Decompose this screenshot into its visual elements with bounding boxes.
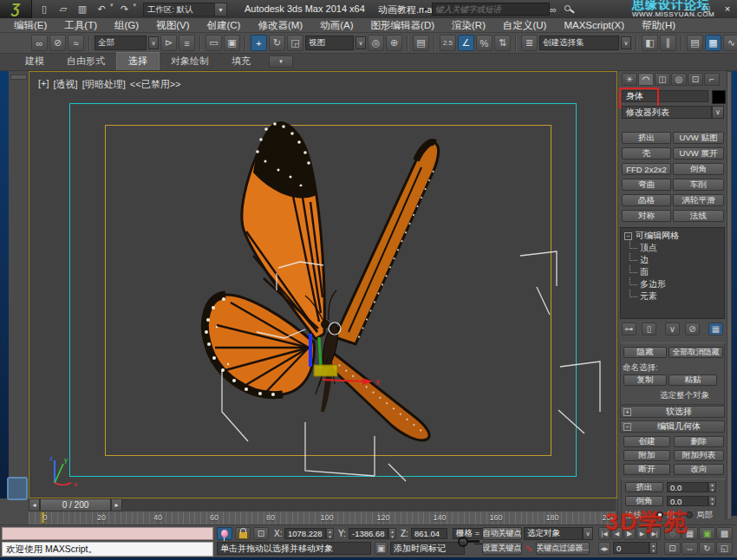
x-coordinate-field[interactable]: 1078.228 (284, 528, 326, 539)
modifier-lattice-button[interactable]: 晶格 (622, 194, 671, 206)
attach-list-button[interactable]: 附加列表 (674, 450, 724, 461)
menu-help[interactable]: 帮助(H) (633, 19, 684, 32)
save-file-icon[interactable]: ▥ (75, 2, 90, 16)
create-button[interactable]: 创建 (623, 436, 670, 447)
select-and-link-icon[interactable]: ∞ (31, 35, 48, 51)
stack-item-face[interactable]: 面 (629, 266, 724, 278)
maximize-button[interactable]: □ (699, 3, 714, 15)
rollout-expand-icon[interactable]: + (623, 408, 631, 416)
modifier-bend-button[interactable]: 弯曲 (622, 179, 671, 191)
rollout-collapse-icon[interactable]: − (623, 423, 631, 431)
hide-button[interactable]: 隐藏 (623, 347, 667, 358)
break-button[interactable]: 断开 (623, 464, 670, 475)
bevel-value-field[interactable]: 0.0 (667, 496, 708, 506)
ribbon-tab-freeform[interactable]: 自由形式 (55, 53, 116, 70)
search-icon[interactable]: ∞ (546, 3, 560, 16)
menu-graph-editors[interactable]: 图形编辑器(D) (362, 19, 443, 32)
modifier-list-combo[interactable]: 修改器列表 (622, 106, 712, 119)
manage-layers-icon[interactable]: ▤ (687, 35, 703, 51)
frame-spinner[interactable]: ▴▾ (649, 542, 657, 554)
orbit-icon[interactable]: ↻ (699, 542, 715, 555)
selection-lock-icon[interactable] (235, 527, 251, 540)
previous-frame-icon[interactable]: ◀ (611, 527, 623, 540)
current-frame-field[interactable]: 0 (613, 542, 649, 554)
ribbon-tab-object-paint[interactable]: 对象绘制 (160, 53, 220, 70)
panel-tab-display-icon[interactable]: ⊡ (688, 73, 703, 86)
modifier-shell-button[interactable]: 壳 (622, 147, 671, 160)
menu-rendering[interactable]: 渲染(R) (443, 19, 494, 32)
menu-modifiers[interactable]: 修改器(M) (249, 19, 311, 32)
paste-button[interactable]: 粘贴 (669, 374, 717, 386)
select-by-name-icon[interactable]: ≡ (179, 35, 195, 51)
stack-item-polygon[interactable]: 多边形 (629, 278, 724, 290)
named-set-dropdown-icon[interactable]: ∨ (621, 36, 631, 49)
redo-flyout-icon[interactable]: ▾ (134, 2, 137, 16)
key-filters-button[interactable]: 关键点过滤器... (536, 542, 590, 555)
x-spinner[interactable]: ▴▾ (326, 528, 334, 539)
redo-icon[interactable]: ↷ (117, 2, 133, 16)
keyboard-shortcut-override-icon[interactable]: ▤ (413, 35, 429, 51)
selection-filter-combo[interactable]: 全部 (95, 36, 147, 50)
normals-group-radio[interactable] (656, 511, 663, 518)
minimize-button[interactable]: – (679, 3, 695, 15)
edit-geometry-rollout[interactable]: − 编辑几何体 (620, 420, 725, 433)
play-icon[interactable]: ▶ (623, 527, 636, 540)
make-unique-icon[interactable]: ∨ (665, 322, 680, 335)
mirror-icon[interactable]: ◧ (642, 35, 658, 51)
search-input[interactable] (432, 3, 550, 16)
spinner-snap-icon[interactable]: ⇅ (494, 35, 511, 51)
ribbon-tab-populate[interactable]: 填充 (220, 53, 262, 70)
zoom-extents-icon[interactable]: ▣ (699, 527, 715, 540)
bevel-spinner[interactable]: ▴▾ (708, 496, 716, 506)
snaps-toggle-icon[interactable]: 2.5 (440, 35, 456, 51)
time-slider-left-icon[interactable]: ◂ (29, 498, 40, 511)
menu-edit[interactable]: 编辑(E) (5, 19, 55, 32)
communicate-cube-icon[interactable]: ▣ (375, 542, 388, 555)
auto-key-button[interactable]: 自动关键点 (482, 527, 522, 540)
use-pivot-center-icon[interactable]: ◎ (368, 35, 384, 51)
y-spinner[interactable]: ▴▾ (388, 528, 396, 539)
close-button[interactable]: × (720, 3, 735, 15)
show-end-result-icon[interactable]: ▯ (642, 322, 656, 335)
time-slider-track[interactable]: ◂ 0 / 200 ▸ (29, 498, 616, 512)
reference-coordinate-combo[interactable]: 视图 (305, 36, 354, 50)
new-file-icon[interactable]: ▯ (36, 2, 52, 16)
modifier-extrude-button[interactable]: 挤出 (622, 132, 671, 144)
select-entire-object-label[interactable]: 选定整个对象 (660, 390, 709, 401)
modifier-uvwmap-button[interactable]: UVW 贴图 (673, 132, 724, 144)
normals-group-label[interactable]: 组 (667, 510, 675, 520)
ribbon-tab-modeling[interactable]: 建模 (14, 53, 55, 70)
copy-button[interactable]: 复制 (623, 374, 667, 386)
stack-root-label[interactable]: 可编辑网格 (636, 230, 679, 242)
modifier-ffd-button[interactable]: FFD 2x2x2 (622, 163, 671, 175)
extrude-button[interactable]: 挤出 (625, 482, 663, 492)
panel-tab-hierarchy-icon[interactable]: ◫ (655, 73, 670, 86)
extrude-spinner[interactable]: ▴▾ (708, 482, 716, 492)
delete-button[interactable]: 删除 (674, 436, 724, 447)
modifier-unwrap-button[interactable]: UVW 展开 (673, 147, 724, 160)
menu-tools[interactable]: 工具(T) (55, 19, 106, 32)
modifier-turbosmooth-button[interactable]: 涡轮平滑 (673, 194, 724, 206)
viewport-layout-tab[interactable] (7, 477, 28, 500)
unlink-selection-icon[interactable]: ⊘ (49, 35, 66, 51)
remove-modifier-icon[interactable]: ⊘ (685, 322, 700, 335)
set-keys-icon[interactable] (458, 530, 480, 552)
angle-snap-icon[interactable]: ∠ (458, 35, 474, 51)
modifier-bevel-button[interactable]: 倒角 (673, 163, 724, 175)
bind-to-space-warp-icon[interactable]: ≈ (68, 35, 84, 51)
pan-icon[interactable]: ⇔ (682, 542, 698, 555)
menu-group[interactable]: 组(G) (106, 19, 147, 32)
stack-collapse-icon[interactable]: − (624, 232, 632, 240)
key-curve-icon[interactable]: ∿ (525, 543, 532, 554)
menu-customize[interactable]: 自定义(U) (494, 19, 555, 32)
modifier-list-dropdown-icon[interactable]: ∨ (712, 106, 724, 119)
object-color-swatch[interactable] (712, 90, 726, 104)
goto-end-icon[interactable]: ▶| (649, 527, 661, 540)
soft-selection-rollout[interactable]: + 软选择 (620, 406, 725, 418)
workspace-selector[interactable]: 工作区: 默认 (143, 3, 216, 16)
align-icon[interactable]: ∥ (660, 35, 676, 51)
bevel-button[interactable]: 倒角 (625, 496, 663, 506)
selection-set-dropdown-icon[interactable]: ∨ (583, 527, 593, 540)
percent-snap-icon[interactable]: % (476, 35, 492, 51)
next-frame-icon[interactable]: ▶ (636, 527, 648, 540)
